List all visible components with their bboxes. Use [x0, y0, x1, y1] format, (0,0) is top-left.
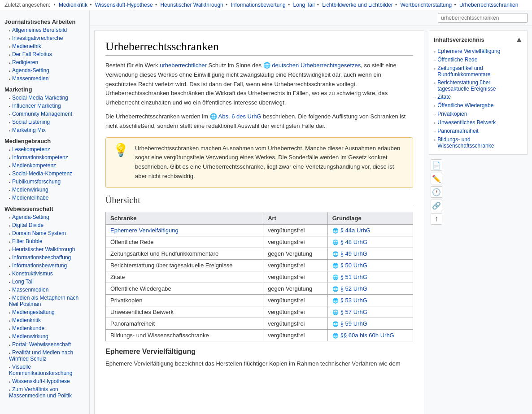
sidebar-item-social-listening[interactable]: Social Listening — [0, 118, 89, 126]
separator: • — [52, 2, 57, 8]
toc-item-6[interactable]: Privatkopien — [434, 110, 523, 118]
toc-item-5[interactable]: Öffentliche Wiedergabe — [434, 101, 523, 110]
sidebar-item-informationskompetenz[interactable]: Informationskompetenz — [0, 153, 89, 161]
toc-item-2[interactable]: Zeitungsartikel und Rundfunkkommentare — [434, 64, 523, 78]
recent-link-2[interactable]: Heuristischer Walkthrough — [160, 2, 223, 8]
sidebar-item-publikumsforschung[interactable]: Publikumsforschung — [0, 178, 89, 186]
table-row: Öffentliche Wiedergabe gegen Vergütung 🌐… — [106, 283, 413, 294]
sidebar-item-social-media-marketing[interactable]: Social Media Marketing — [0, 94, 89, 102]
link-ephemere[interactable]: Ephemere Vervielfältigung — [110, 227, 179, 234]
sidebar-item-medienkunde[interactable]: Medienkunde — [0, 324, 89, 332]
link-59[interactable]: § 59 UrhG — [340, 320, 367, 327]
recent-link-0[interactable]: Medienkritik — [59, 2, 87, 8]
sidebar-item-lesekompetenz[interactable]: Lesekompetenz — [0, 145, 89, 153]
search-bar-area — [90, 10, 532, 26]
sidebar-item-agenda-setting-j[interactable]: Agenda-Setting — [0, 66, 89, 74]
sidebar-item-investigativrecherche[interactable]: Investigativrecherche — [0, 34, 89, 42]
toc-item-9[interactable]: Bildungs- und Wissenschaftsschranke — [434, 135, 523, 150]
sidebar-item-mediengestaltung[interactable]: Mediengestaltung — [0, 308, 89, 316]
sidebar-item-medienkritik-w[interactable]: Medienkritik — [0, 316, 89, 324]
sidebar-item-heuristischer-walkthrough-w[interactable]: Heuristischer Walkthrough — [0, 245, 89, 253]
recent-link-1[interactable]: Wissenskluft-Hypothese — [95, 2, 153, 8]
sidebar-item-medienwirkung-w[interactable]: Medienwirkung — [0, 332, 89, 340]
link-51[interactable]: § 51 UrhG — [340, 274, 367, 280]
link-48[interactable]: § 48 UrhG — [340, 239, 367, 245]
sidebar-item-informationsbeschaffung[interactable]: Informationsbeschaffung — [0, 253, 89, 261]
sidebar-item-medienwirkung-m[interactable]: Medienwirkung — [0, 186, 89, 194]
sidebar-item-influencer-marketing[interactable]: Influencer Marketing — [0, 102, 89, 110]
table-cell-art: vergütungsfrei — [263, 236, 328, 248]
toc-item-7[interactable]: Unwesentliches Beiwerk — [434, 118, 523, 127]
table-row: Panoramafreiheit vergütungsfrei 🌐§ 59 Ur… — [106, 318, 413, 329]
sidebar-item-wissenskluft[interactable]: Wissenskluft-Hypothese — [0, 377, 89, 385]
edit-icon[interactable]: ✏️ — [431, 173, 442, 184]
table-cell-art: vergütungsfrei — [263, 294, 328, 306]
sidebar-item-agenda-setting-w[interactable]: Agenda-Setting — [0, 213, 89, 221]
sidebar-item-zum-verhaeltnis[interactable]: Zum Verhältnis von Massenmedien und Poli… — [0, 385, 89, 400]
info-box-text: Urheberrechtsschranken machen Ausnahmen … — [135, 144, 406, 181]
sidebar-item-portal-webwissenschaft[interactable]: Portal: Webwissenschaft — [0, 340, 89, 349]
sidebar-item-visuelle-kommunikation[interactable]: Visuelle Kommunikationsforschung — [0, 363, 89, 377]
info-box: 💡 Urheberrechtsschranken machen Ausnahme… — [105, 137, 413, 188]
table-cell-grundlage: 🌐§ 48 UrhG — [327, 236, 413, 248]
recently-viewed: Zuletzt angesehen: • Medienkritik • Wiss… — [4, 2, 528, 8]
table-header-schranke: Schranke — [106, 212, 263, 224]
sidebar-item-digital-divide[interactable]: Digital Divide — [0, 221, 89, 229]
sidebar-item-medienkompetenz[interactable]: Medienkompetenz — [0, 161, 89, 170]
recent-link-4[interactable]: Long Tail — [293, 2, 315, 8]
globe-icon: 🌐 — [332, 298, 339, 303]
sidebar-section-webwissenschaft: Webwissenschaft — [0, 202, 89, 213]
link-urheberrechtlicher[interactable]: urheberrechtlicher — [160, 62, 207, 69]
sidebar-item-massenmedien-j[interactable]: Massenmedien — [0, 74, 89, 83]
table-cell-schranke: Panoramafreiheit — [106, 318, 263, 329]
search-input[interactable] — [438, 13, 528, 23]
toc-collapse-button[interactable]: ▲ — [515, 35, 523, 44]
sidebar-item-social-media-kompetenz[interactable]: Social-Media-Kompetenz — [0, 170, 89, 178]
sidebar-item-konstruktivismus[interactable]: Konstruktivismus — [0, 270, 89, 278]
table-cell-schranke: Öffentliche Wiedergabe — [106, 283, 263, 294]
recent-link-current[interactable]: Urheberrechtsschranken — [459, 2, 518, 8]
recent-link-6[interactable]: Wortberichterstattung — [401, 2, 452, 8]
toc-item-4[interactable]: Zitate — [434, 93, 523, 101]
link-50[interactable]: § 50 UrhG — [340, 262, 367, 269]
page-icon[interactable]: 📄 — [431, 159, 442, 171]
up-arrow-icon[interactable]: ↑ — [431, 213, 442, 225]
table-header-art: Art — [263, 212, 328, 224]
link-deutschen-urheberrecht[interactable]: deutschen Urheberrechtsgesetzes — [272, 62, 361, 69]
sidebar-item-long-tail-w[interactable]: Long Tail — [0, 278, 89, 286]
link-44a[interactable]: § 44a UrhG — [340, 227, 371, 234]
sidebar-item-realitaet-medien[interactable]: Realität und Medien nach Winfried Schulz — [0, 349, 89, 363]
link-60a[interactable]: §§ 60a bis 60h UrhG — [340, 332, 394, 339]
toc-item-3[interactable]: Berichterstattung über tagesaktuelle Ere… — [434, 78, 523, 93]
link-52[interactable]: § 52 UrhG — [340, 285, 367, 292]
sidebar-item-der-fall-relotius[interactable]: Der Fall Relotius — [0, 50, 89, 58]
content-area: Urheberrechtsschranken Besteht für ein W… — [90, 26, 532, 414]
sidebar-item-medienteilhabe[interactable]: Medienteilhabe — [0, 194, 89, 202]
history-icon[interactable]: 🕐 — [431, 186, 442, 198]
toc-item-0[interactable]: Ephemere Vervielfältigung — [434, 47, 523, 56]
recent-link-5[interactable]: Lichtbildwerke und Lichtbilder — [322, 2, 392, 8]
link-57[interactable]: § 57 UrhG — [340, 309, 367, 315]
toc-item-8[interactable]: Panoramafreiheit — [434, 127, 523, 135]
link-abs6-urhg[interactable]: Abs. 6 des UrhG — [218, 113, 262, 120]
table-row: Privatkopien vergütungsfrei 🌐§ 53 UrhG — [106, 294, 413, 306]
sidebar-item-medien-metaphern[interactable]: Medien als Metaphern nach Neil Postman — [0, 294, 89, 308]
table-cell-schranke: Unwesentliches Beiwerk — [106, 306, 263, 318]
sidebar-item-medienethik[interactable]: Medienethik — [0, 42, 89, 50]
sidebar-item-allgemeines-berufsbild[interactable]: Allgemeines Berufsbild — [0, 26, 89, 34]
recent-link-3[interactable]: Informationsbewertung — [231, 2, 286, 8]
table-cell-art: vergütungsfrei — [263, 271, 328, 283]
sidebar-item-community-management[interactable]: Community Management — [0, 110, 89, 118]
link-49[interactable]: § 49 UrhG — [340, 250, 367, 257]
sidebar-item-redigieren[interactable]: Redigieren — [0, 58, 89, 66]
table-cell-grundlage: 🌐§ 50 UrhG — [327, 259, 413, 271]
sidebar-item-filter-bubble[interactable]: Filter Bubble — [0, 237, 89, 245]
sidebar-item-informationsbewertung-w[interactable]: Informationsbewertung — [0, 261, 89, 270]
sidebar-item-marketing-mix[interactable]: Marketing Mix — [0, 126, 89, 134]
sidebar-item-massenmedien-w[interactable]: Massenmedien — [0, 286, 89, 294]
toc-item-1[interactable]: Öffentliche Rede — [434, 56, 523, 64]
link-53[interactable]: § 53 UrhG — [340, 297, 367, 304]
table-cell-art: vergütungsfrei — [263, 329, 328, 341]
sidebar-item-domain-name-system[interactable]: Domain Name System — [0, 229, 89, 237]
link-icon[interactable]: 🔗 — [431, 200, 442, 211]
